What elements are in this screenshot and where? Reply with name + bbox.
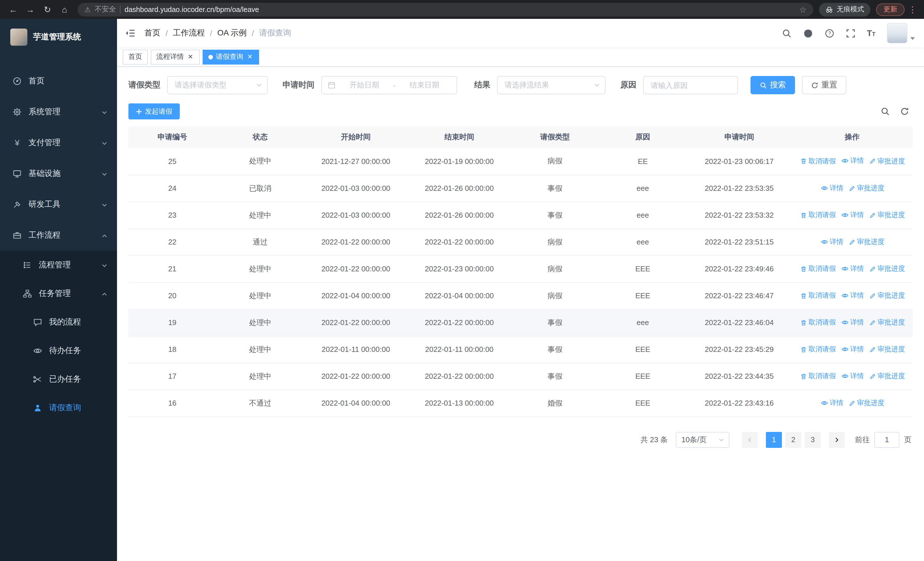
browser-reload-button[interactable]: ↻: [40, 0, 55, 19]
table-row: 20处理中2022-01-04 00:00:002022-01-04 00:00…: [128, 282, 913, 309]
browser-back-button[interactable]: ←: [6, 0, 21, 19]
sidebar-item-devtools[interactable]: 研发工具: [0, 189, 117, 220]
tab-leave-query[interactable]: 请假查询 ✕: [202, 50, 259, 64]
page-button-2[interactable]: 2: [785, 432, 801, 448]
sidebar-top: 芋道管理系统 首页 系统管理: [0, 19, 117, 251]
approval-progress-link[interactable]: 审批进度: [848, 183, 884, 193]
help-icon[interactable]: ?: [824, 28, 834, 38]
search-button[interactable]: 搜索: [750, 76, 795, 94]
browser-forward-button[interactable]: →: [23, 0, 38, 19]
sidebar-item-done-tasks[interactable]: 已办任务: [0, 365, 117, 394]
result-select[interactable]: 请选择流结果: [497, 76, 606, 94]
cell-reason: EEE: [599, 256, 687, 282]
address-bar[interactable]: ⚠ 不安全 dashboard.yudao.iocoder.cn/bpm/oa/…: [78, 3, 813, 16]
cell-id: 21: [128, 256, 216, 282]
approval-progress-link[interactable]: 审批进度: [869, 344, 905, 354]
sidebar-item-system[interactable]: 系统管理: [0, 96, 117, 127]
detail-link[interactable]: 详情: [820, 237, 843, 247]
cell-id: 18: [128, 336, 216, 363]
page-button-1[interactable]: 1: [766, 432, 782, 448]
approval-progress-link[interactable]: 审批进度: [869, 264, 905, 274]
approval-progress-link[interactable]: 审批进度: [869, 210, 905, 220]
tab-home[interactable]: 首页: [123, 50, 148, 64]
cell-status: 通过: [216, 229, 304, 256]
detail-link[interactable]: 详情: [841, 290, 864, 300]
fullscreen-icon[interactable]: [846, 28, 855, 38]
sidebar-item-workflow[interactable]: 工作流程: [0, 220, 117, 251]
sidebar-item-process-management[interactable]: 流程管理: [0, 251, 117, 279]
refresh-icon[interactable]: [900, 107, 909, 116]
cell-id: 25: [128, 148, 216, 175]
cell-actions: 详情审批进度: [792, 175, 913, 202]
sidebar-item-infrastructure[interactable]: 基础设施: [0, 158, 117, 189]
approval-progress-link[interactable]: 审批进度: [848, 237, 884, 247]
cancel-leave-link[interactable]: 取消请假: [800, 317, 836, 327]
sidebar: 芋道管理系统 首页 系统管理: [0, 19, 117, 561]
url-text[interactable]: dashboard.yudao.iocoder.cn/bpm/oa/leave: [125, 5, 795, 14]
detail-link[interactable]: 详情: [841, 317, 864, 327]
user-menu[interactable]: [887, 23, 915, 44]
breadcrumb-item[interactable]: 工作流程: [173, 28, 205, 38]
tab-process-detail[interactable]: 流程详情 ✕: [151, 50, 200, 64]
create-leave-button[interactable]: 发起请假: [128, 104, 180, 119]
sidebar-item-task-management[interactable]: 任务管理: [0, 279, 117, 308]
browser-menu-icon[interactable]: ⋮: [907, 4, 918, 15]
cancel-leave-link[interactable]: 取消请假: [800, 371, 836, 381]
cancel-leave-link[interactable]: 取消请假: [800, 264, 836, 274]
sidebar-fold-icon[interactable]: [125, 28, 135, 38]
approval-progress-link[interactable]: 审批进度: [869, 371, 905, 381]
detail-link[interactable]: 详情: [820, 398, 843, 408]
cell-start: 2022-01-22 00:00:00: [304, 256, 408, 282]
prev-page-button[interactable]: [742, 432, 758, 448]
create-leave-label: 发起请假: [145, 107, 172, 116]
detail-link[interactable]: 详情: [841, 264, 864, 273]
app-logo[interactable]: 芋道管理系统: [0, 19, 117, 56]
approval-progress-link[interactable]: 审批进度: [869, 156, 905, 166]
sidebar-item-payment[interactable]: ¥ 支付管理: [0, 127, 117, 158]
cancel-leave-link[interactable]: 取消请假: [800, 156, 836, 166]
breadcrumb-item[interactable]: 首页: [144, 28, 160, 38]
sidebar-item-leave-query[interactable]: 请假查询: [0, 394, 117, 422]
table-row: 24已取消2022-01-03 00:00:002022-01-26 00:00…: [128, 175, 913, 202]
browser-update-button[interactable]: 更新: [876, 3, 904, 16]
sidebar-item-label: 支付管理: [28, 138, 60, 148]
table-row: 19处理中2022-01-22 00:00:002022-01-22 00:00…: [128, 309, 913, 336]
security-label[interactable]: 不安全: [95, 5, 116, 14]
breadcrumb-item[interactable]: OA 示例: [218, 28, 247, 38]
detail-link[interactable]: 详情: [841, 156, 864, 166]
page-size-select[interactable]: 10条/页: [676, 432, 729, 448]
table-row: 18处理中2022-01-11 00:00:002022-01-11 00:00…: [128, 336, 913, 363]
next-page-button[interactable]: [829, 432, 844, 448]
toggle-search-icon[interactable]: [880, 107, 890, 116]
close-icon[interactable]: ✕: [187, 53, 194, 60]
cancel-leave-link[interactable]: 取消请假: [800, 344, 836, 354]
close-icon[interactable]: ✕: [246, 53, 254, 60]
detail-link[interactable]: 详情: [841, 344, 864, 354]
approval-progress-link[interactable]: 审批进度: [869, 291, 905, 301]
browser-home-button[interactable]: ⌂: [57, 0, 72, 19]
sidebar-item-my-processes[interactable]: 我的流程: [0, 308, 117, 337]
apply-time-range-picker[interactable]: 开始日期 - 结束日期: [321, 76, 457, 94]
navbar-actions: ? TT: [782, 23, 915, 44]
approval-progress-link[interactable]: 审批进度: [848, 398, 884, 408]
goto-page-input[interactable]: [874, 432, 900, 448]
cell-start: 2022-01-22 00:00:00: [304, 309, 408, 336]
sidebar-item-todo-tasks[interactable]: 待办任务: [0, 337, 117, 365]
detail-link[interactable]: 详情: [820, 183, 843, 193]
chat-icon: [33, 317, 42, 327]
reason-input[interactable]: [643, 76, 738, 94]
detail-link[interactable]: 详情: [841, 371, 864, 381]
leave-type-select[interactable]: 请选择请假类型: [167, 76, 268, 94]
approval-progress-link[interactable]: 审批进度: [869, 317, 905, 327]
cancel-leave-link[interactable]: 取消请假: [800, 291, 836, 301]
detail-link[interactable]: 详情: [841, 210, 864, 220]
cancel-leave-link[interactable]: 取消请假: [800, 210, 836, 220]
sidebar-item-home[interactable]: 首页: [0, 66, 117, 96]
page-button-3[interactable]: 3: [805, 432, 821, 448]
reset-button[interactable]: 重置: [802, 76, 846, 94]
font-size-icon[interactable]: TT: [867, 29, 876, 38]
github-icon[interactable]: [803, 28, 813, 38]
search-icon[interactable]: [782, 28, 791, 38]
bookmark-star-icon[interactable]: ☆: [799, 5, 806, 14]
cell-reason: eee: [599, 175, 687, 202]
